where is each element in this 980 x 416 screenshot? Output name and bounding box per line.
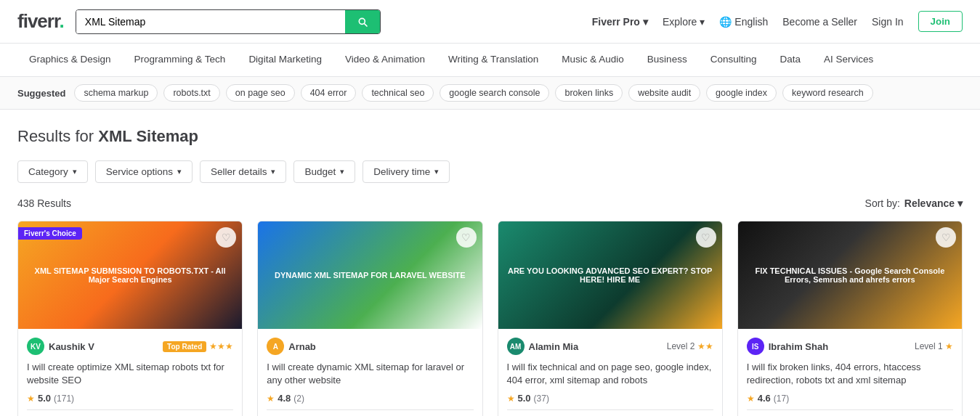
cat-nav-item-business[interactable]: Business (636, 44, 699, 76)
seller-name: Arnab (288, 341, 316, 352)
results-title: Results for XML Sitemap (17, 127, 963, 146)
filter-seller-details[interactable]: Seller details▾ (200, 160, 286, 183)
card-body: A Arnab I will create dynamic XML sitema… (258, 329, 482, 416)
filter-service-options[interactable]: Service options▾ (95, 160, 193, 183)
suggested-tag-on-page-seo[interactable]: on page seo (226, 84, 295, 102)
become-seller-link[interactable]: Become a Seller (782, 16, 857, 28)
chevron-down-icon: ▾ (271, 167, 275, 176)
card-rating: ★ 4.8 (2) (267, 393, 473, 404)
results-query: XML Sitemap (98, 127, 198, 145)
star-icon: ★ (27, 393, 35, 404)
seller-badge: Top Rated★★★ (163, 341, 233, 352)
cat-nav-item-data[interactable]: Data (768, 44, 812, 76)
avatar: A (267, 338, 284, 355)
language-link[interactable]: 🌐 English (719, 16, 768, 28)
results-count: 438 Results (17, 197, 71, 209)
filter-label-service-options: Service options (106, 166, 173, 177)
search-icon (357, 16, 368, 28)
filter-budget[interactable]: Budget▾ (293, 160, 355, 183)
badge-stars: ★★★ (209, 341, 233, 351)
seller-left: AM Alamin Mia (507, 338, 579, 355)
card-img-text: FIX TECHNICAL ISSUES - Google Search Con… (738, 221, 962, 329)
wishlist-button[interactable]: ♡ (696, 227, 716, 248)
suggested-tag-broken-links[interactable]: broken links (555, 84, 623, 102)
seller-name: Ibrahim Shah (769, 341, 828, 352)
suggested-tag-technical-seo[interactable]: technical seo (362, 84, 434, 102)
card-divider (747, 409, 953, 410)
sort-chevron: ▾ (957, 197, 963, 209)
cat-nav-item-music---audio[interactable]: Music & Audio (550, 44, 636, 76)
card-body: IS Ibrahim Shah Level 1 ★ I will fix bro… (738, 329, 962, 416)
explore-label: Explore (663, 16, 697, 28)
star-icon: ★ (747, 393, 755, 404)
results-header: 438 Results Sort by: Relevance ▾ (17, 197, 963, 209)
rating-count: (171) (54, 393, 74, 404)
cat-nav-item-video---animation[interactable]: Video & Animation (333, 44, 437, 76)
suggested-tag-google-index[interactable]: google index (706, 84, 777, 102)
search-button[interactable] (345, 10, 380, 33)
filter-category[interactable]: Category▾ (17, 160, 88, 183)
suggested-tag-schema-markup[interactable]: schema markup (74, 84, 158, 102)
card-img-text: DYNAMIC XML SITEMAP FOR LARAVEL WEBSITE (258, 221, 482, 329)
search-input[interactable] (76, 10, 345, 33)
star-icon: ★ (507, 393, 515, 404)
cat-nav-item-writing---translation[interactable]: Writing & Translation (437, 44, 550, 76)
suggested-tag-robots.txt[interactable]: robots.txt (163, 84, 219, 102)
filter-label-delivery-time: Delivery time (373, 166, 430, 177)
seller-info: A Arnab (267, 338, 473, 355)
seller-left: KV Kaushik V (27, 338, 94, 355)
suggested-tag-keyword-research[interactable]: keyword research (782, 84, 873, 102)
level-badge: Level 1 ★ (915, 341, 953, 351)
card-rating: ★ 5.0 (171) (27, 393, 233, 404)
cat-nav-item-graphics---design[interactable]: Graphics & Design (17, 44, 123, 76)
explore-chevron: ▾ (700, 16, 705, 28)
cat-nav-item-programming---tech[interactable]: Programming & Tech (123, 44, 238, 76)
card-description: I will fix technical and on page seo, go… (507, 361, 713, 387)
rating-value: 4.8 (278, 393, 291, 404)
filter-label-seller-details: Seller details (211, 166, 267, 177)
card-divider (267, 409, 473, 410)
service-card-card-2[interactable]: DYNAMIC XML SITEMAP FOR LARAVEL WEBSITE … (257, 221, 482, 416)
card-description: I will fix broken links, 404 errors, hta… (747, 361, 953, 387)
sort-value[interactable]: Relevance ▾ (904, 197, 963, 209)
suggested-tag-google-search-console[interactable]: google search console (440, 84, 549, 102)
logo-text: fiverr (17, 10, 60, 32)
card-description: I will create dynamic XML sitemap for la… (267, 361, 473, 387)
wishlist-button[interactable]: ♡ (456, 227, 477, 248)
cat-nav-item-consulting[interactable]: Consulting (699, 44, 769, 76)
service-card-card-4[interactable]: FIX TECHNICAL ISSUES - Google Search Con… (737, 221, 963, 416)
card-thumbnail: DYNAMIC XML SITEMAP FOR LARAVEL WEBSITE … (258, 221, 482, 329)
rating-value: 5.0 (38, 393, 51, 404)
seller-left: IS Ibrahim Shah (747, 338, 828, 355)
top-rated-badge: Top Rated (163, 341, 206, 352)
cat-nav-item-ai-services[interactable]: AI Services (812, 44, 885, 76)
suggested-tag-website-audit[interactable]: website audit (628, 84, 700, 102)
cards-grid: XML SITEMAP SUBMISSION TO ROBOTS.TXT - A… (17, 221, 963, 416)
fiverr-choice-badge: Fiverr's Choice (18, 227, 82, 240)
fiverr-pro-label: Fiverr Pro (592, 16, 640, 28)
card-body: KV Kaushik V Top Rated★★★ I will create … (18, 329, 242, 416)
level-badge: Level 2 ★★ (667, 341, 713, 351)
avatar: AM (507, 338, 525, 355)
filter-label-category: Category (28, 166, 68, 177)
fiverr-pro-link[interactable]: Fiverr Pro ▾ (592, 16, 648, 28)
join-button[interactable]: Join (918, 11, 963, 32)
suggested-tag-404-error[interactable]: 404 error (301, 84, 357, 102)
explore-link[interactable]: Explore ▾ (663, 16, 705, 28)
service-card-card-1[interactable]: XML SITEMAP SUBMISSION TO ROBOTS.TXT - A… (17, 221, 243, 416)
seller-info: KV Kaushik V Top Rated★★★ (27, 338, 233, 355)
card-img-text: ARE YOU LOOKING ADVANCED SEO EXPERT? STO… (498, 221, 722, 329)
card-thumbnail: XML SITEMAP SUBMISSION TO ROBOTS.TXT - A… (18, 221, 242, 329)
seller-badge: Level 1 ★ (915, 341, 953, 351)
seller-info: AM Alamin Mia Level 2 ★★ (507, 338, 713, 355)
sign-in-link[interactable]: Sign In (872, 16, 904, 28)
logo[interactable]: fiverr. (17, 10, 64, 33)
filter-delivery-time[interactable]: Delivery time▾ (363, 160, 450, 183)
cat-nav-item-digital-marketing[interactable]: Digital Marketing (237, 44, 333, 76)
avatar: KV (27, 338, 44, 355)
seller-name: Alamin Mia (529, 341, 579, 352)
service-card-card-3[interactable]: ARE YOU LOOKING ADVANCED SEO EXPERT? STO… (498, 221, 723, 416)
results-title-prefix: Results for (17, 127, 98, 145)
wishlist-button[interactable]: ♡ (936, 227, 956, 248)
card-divider (27, 409, 233, 410)
